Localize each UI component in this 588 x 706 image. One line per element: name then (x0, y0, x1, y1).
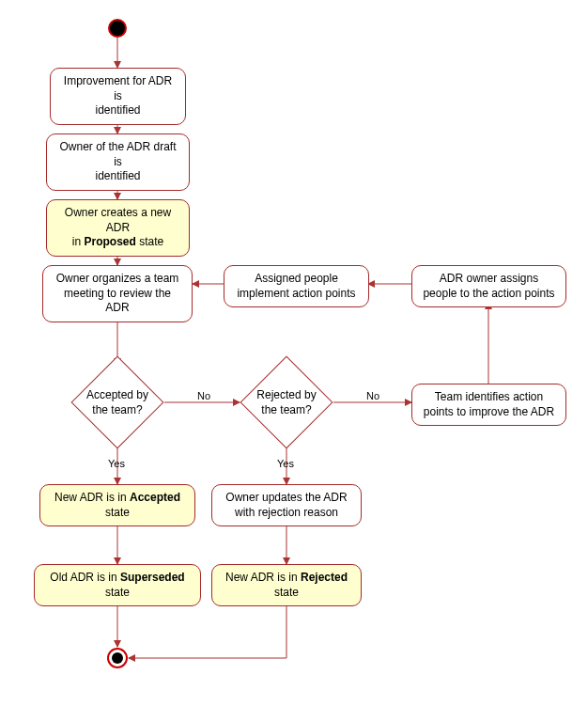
activity-identify-owner: Owner of the ADR draft is identified (46, 133, 190, 191)
text: Owner creates a new ADR (65, 206, 171, 234)
activity-implement-action-points: Assigned people implement action points (224, 265, 369, 307)
edge-label-d1-yes: Yes (108, 458, 125, 469)
activity-old-adr-superseded: Old ADR is in Superseded state (34, 564, 201, 606)
text: Owner of the ADR draft is (59, 140, 176, 168)
text: implement action points (237, 287, 355, 300)
start-node (109, 20, 126, 37)
text: state (105, 506, 130, 519)
text: Assigned people (255, 272, 338, 285)
state-bold: Accepted (130, 491, 180, 504)
activity-team-meeting: Owner organizes a team meeting to review… (42, 265, 193, 322)
text: identified (95, 103, 140, 117)
text: points to improve the ADR (424, 405, 554, 418)
text: state (105, 586, 130, 599)
text: Old ADR is in (50, 571, 120, 584)
text: state (136, 235, 163, 248)
text: ADR owner assigns (440, 272, 538, 285)
activity-adr-accepted: New ADR is in Accepted state (39, 484, 195, 526)
end-node-dot (112, 652, 123, 664)
activity-assign-people: ADR owner assigns people to the action p… (411, 265, 566, 307)
activity-identify-improvement: Improvement for ADR is identified (50, 68, 186, 125)
text: with rejection reason (235, 506, 338, 519)
text: Owner updates the ADR (225, 491, 347, 504)
text: state (274, 586, 299, 599)
activity-update-rejection-reason: Owner updates the ADR with rejection rea… (211, 484, 362, 526)
state-bold: Proposed (84, 235, 135, 248)
text: in (72, 235, 85, 248)
edge-label-d1-no: No (197, 390, 210, 401)
text: New ADR is in (225, 571, 301, 584)
state-bold: Superseded (120, 571, 185, 584)
text: New ADR is in (54, 491, 130, 504)
activity-create-adr-proposed: Owner creates a new ADR in Proposed stat… (46, 199, 190, 257)
text: meeting to review the ADR (64, 287, 171, 315)
text: people to the action points (423, 287, 554, 300)
state-bold: Rejected (301, 571, 348, 584)
edge-label-d2-no: No (366, 390, 379, 401)
activity-identify-action-points: Team identifies action points to improve… (411, 384, 566, 426)
text: Improvement for ADR is (64, 74, 172, 102)
activity-adr-rejected: New ADR is in Rejected state (211, 564, 362, 606)
edge-label-d2-yes: Yes (277, 458, 294, 469)
text: identified (95, 169, 140, 182)
text: Owner organizes a team (56, 272, 179, 285)
text: Team identifies action (435, 390, 543, 403)
